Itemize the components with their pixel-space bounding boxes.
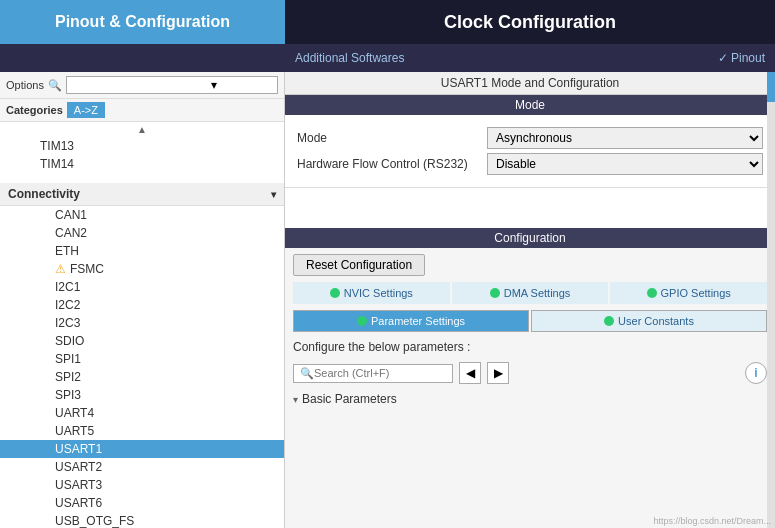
sub-header-right: Additional Softwares ✓ Pinout <box>285 44 775 72</box>
user-constants-tab[interactable]: User Constants <box>531 310 767 332</box>
search-icon: 🔍 <box>48 79 62 92</box>
scrollbar-thumb <box>767 72 775 102</box>
clock-config-title: Clock Configuration <box>285 0 775 44</box>
list-item[interactable]: SPI1 <box>0 350 284 368</box>
list-item[interactable]: CAN2 <box>0 224 284 242</box>
dropdown-arrow: ▾ <box>211 78 217 92</box>
list-item[interactable]: I2C3 <box>0 314 284 332</box>
watermark: https://blog.csdn.net/Dream... <box>653 516 771 526</box>
list-item[interactable]: I2C1 <box>0 278 284 296</box>
dma-dot-icon <box>490 288 500 298</box>
user-const-dot-icon <box>604 316 614 326</box>
list-item[interactable]: SPI3 <box>0 386 284 404</box>
param-search-input[interactable] <box>314 367 434 379</box>
parameter-settings-tab[interactable]: Parameter Settings <box>293 310 529 332</box>
spacer <box>0 173 284 183</box>
list-item[interactable]: I2C2 <box>0 296 284 314</box>
nvic-settings-tab[interactable]: NVIC Settings <box>293 282 450 304</box>
settings-tab-row: NVIC Settings DMA Settings GPIO Settings <box>293 282 767 304</box>
chevron-down-icon: ▾ <box>293 394 298 405</box>
list-item[interactable]: UART5 <box>0 422 284 440</box>
nav-next-button[interactable]: ▶ <box>487 362 509 384</box>
sub-header-left <box>0 44 285 72</box>
gpio-dot-icon <box>647 288 657 298</box>
gpio-settings-label: GPIO Settings <box>661 287 731 299</box>
right-scrollbar[interactable] <box>767 72 775 528</box>
config-content: Reset Configuration NVIC Settings DMA Se… <box>285 248 775 528</box>
list-item[interactable]: TIM13 <box>0 137 284 155</box>
left-panel: Options 🔍 ▾ Categories A->Z ▲ TIM13 TIM1… <box>0 72 285 528</box>
list-item[interactable]: UART4 <box>0 404 284 422</box>
list-item[interactable]: CAN1 <box>0 206 284 224</box>
list-item[interactable]: ETH <box>0 242 284 260</box>
az-sort-button[interactable]: A->Z <box>67 102 105 118</box>
basic-params-label: Basic Parameters <box>302 392 397 406</box>
warning-icon: ⚠ <box>55 262 66 276</box>
param-tab-row: Parameter Settings User Constants <box>293 310 767 332</box>
search-icon: 🔍 <box>300 367 314 380</box>
categories-label: Categories <box>6 104 63 116</box>
usart1-item[interactable]: USART1 <box>0 440 284 458</box>
mode-select[interactable]: Asynchronous Disable Synchronous Single … <box>487 127 763 149</box>
param-search-field[interactable]: 🔍 <box>293 364 453 383</box>
mode-label: Mode <box>297 131 487 145</box>
search-box[interactable]: ▾ <box>66 76 278 94</box>
connectivity-label: Connectivity <box>8 187 80 201</box>
user-constants-label: User Constants <box>618 315 694 327</box>
basic-params-row[interactable]: ▾ Basic Parameters <box>293 390 767 408</box>
nav-prev-button[interactable]: ◀ <box>459 362 481 384</box>
usart-mode-header: USART1 Mode and Configuration <box>285 72 775 95</box>
hw-flow-select[interactable]: Disable CTS Only RTS Only CTS/RTS <box>487 153 763 175</box>
mode-content: Mode Asynchronous Disable Synchronous Si… <box>285 115 775 188</box>
list-item[interactable]: SDIO <box>0 332 284 350</box>
additional-softwares-label: Additional Softwares <box>295 51 404 65</box>
list-item[interactable]: ⚠FSMC <box>0 260 284 278</box>
scroll-up-indicator: ▲ <box>0 122 284 137</box>
list-item[interactable]: SPI2 <box>0 368 284 386</box>
pinout-config-title: Pinout & Configuration <box>0 0 285 44</box>
chevron-down-icon: ▾ <box>271 189 276 200</box>
list-item[interactable]: TIM14 <box>0 155 284 173</box>
reset-config-button[interactable]: Reset Configuration <box>293 254 425 276</box>
hw-flow-label: Hardware Flow Control (RS232) <box>297 157 487 171</box>
search-input[interactable] <box>71 79 211 91</box>
parameter-settings-label: Parameter Settings <box>371 315 465 327</box>
dma-settings-tab[interactable]: DMA Settings <box>452 282 609 304</box>
list-item[interactable]: USART3 <box>0 476 284 494</box>
param-dot-icon <box>357 316 367 326</box>
header: Pinout & Configuration Clock Configurati… <box>0 0 775 44</box>
nvic-settings-label: NVIC Settings <box>344 287 413 299</box>
configure-text: Configure the below parameters : <box>293 338 767 356</box>
config-section-header: Configuration <box>285 228 775 248</box>
nvic-dot-icon <box>330 288 340 298</box>
gpio-settings-tab[interactable]: GPIO Settings <box>610 282 767 304</box>
mode-config-spacer <box>285 188 775 228</box>
mode-section-header: Mode <box>285 95 775 115</box>
info-button[interactable]: i <box>745 362 767 384</box>
categories-bar: Categories A->Z <box>0 99 284 122</box>
tree-list: ▲ TIM13 TIM14 Connectivity ▾ CAN1 CAN2 E… <box>0 122 284 528</box>
options-label[interactable]: Options <box>6 79 44 91</box>
list-item[interactable]: USB_OTG_FS <box>0 512 284 528</box>
list-item[interactable]: USART2 <box>0 458 284 476</box>
main-layout: Options 🔍 ▾ Categories A->Z ▲ TIM13 TIM1… <box>0 72 775 528</box>
right-panel: USART1 Mode and Configuration Mode Mode … <box>285 72 775 528</box>
connectivity-section[interactable]: Connectivity ▾ <box>0 183 284 206</box>
param-search-row: 🔍 ◀ ▶ i <box>293 362 767 384</box>
options-bar: Options 🔍 ▾ <box>0 72 284 99</box>
dma-settings-label: DMA Settings <box>504 287 571 299</box>
pinout-button[interactable]: ✓ Pinout <box>718 51 765 65</box>
hw-flow-row: Hardware Flow Control (RS232) Disable CT… <box>297 153 763 175</box>
mode-row: Mode Asynchronous Disable Synchronous Si… <box>297 127 763 149</box>
sub-header: Additional Softwares ✓ Pinout <box>0 44 775 72</box>
list-item[interactable]: USART6 <box>0 494 284 512</box>
